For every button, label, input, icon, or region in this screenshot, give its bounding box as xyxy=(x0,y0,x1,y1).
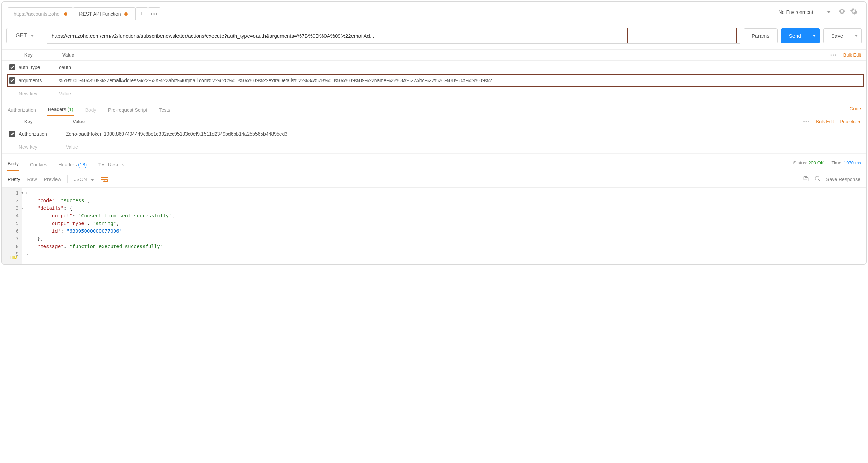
tab-rest-api[interactable]: REST API Function xyxy=(73,7,136,20)
headers-presets[interactable]: Presets ▼ xyxy=(840,119,861,124)
header-value-placeholder[interactable]: Value xyxy=(66,144,861,150)
environment-selector[interactable]: No Environment xyxy=(775,7,834,17)
method-label: GET xyxy=(16,33,27,39)
code-content: { "code": "success", "details": { "outpu… xyxy=(22,188,178,264)
line-gutter: 1 2 3 4 5 6 7 8 9 xyxy=(2,188,22,264)
send-button[interactable]: Send xyxy=(781,28,809,43)
headers-key-header: Key xyxy=(24,119,73,124)
tab-accounts[interactable]: https://accounts.zoho. xyxy=(8,7,73,20)
tab-prerequest[interactable]: Pre-request Script xyxy=(107,104,148,115)
modified-dot-icon xyxy=(124,12,128,16)
headers-value-header: Value xyxy=(73,119,85,124)
resp-tab-body[interactable]: Body xyxy=(7,158,19,171)
eye-icon[interactable] xyxy=(838,8,846,16)
time-badge: Time: 1970 ms xyxy=(831,160,861,165)
headers-header: Key Value ••• Bulk Edit Presets ▼ xyxy=(2,116,866,127)
header-row[interactable]: Authorization Zoho-oauthtoken 1000.86074… xyxy=(2,127,866,140)
chevron-down-icon xyxy=(813,35,816,37)
save-button[interactable]: Save xyxy=(823,28,851,43)
view-raw[interactable]: Raw xyxy=(27,177,37,182)
resp-tab-test-results[interactable]: Test Results xyxy=(97,159,125,170)
param-checkbox[interactable] xyxy=(9,77,15,84)
format-selector[interactable]: JSON xyxy=(74,177,94,182)
code-link[interactable]: Code xyxy=(850,106,861,114)
chevron-down-icon xyxy=(854,35,858,37)
tab-headers[interactable]: Headers (1) xyxy=(47,104,74,116)
params-value-header: Value xyxy=(62,52,74,58)
separator xyxy=(67,175,68,183)
tab-label: https://accounts.zoho. xyxy=(14,11,61,17)
headers-bulk-edit[interactable]: Bulk Edit xyxy=(816,119,834,124)
svg-line-4 xyxy=(819,180,821,181)
search-icon[interactable] xyxy=(814,175,821,183)
svg-point-3 xyxy=(815,176,819,180)
response-tabs: Body Cookies Headers (18) Test Results S… xyxy=(2,154,866,171)
tab-body[interactable]: Body xyxy=(85,104,97,115)
params-key-header: Key xyxy=(24,52,62,58)
tab-label: REST API Function xyxy=(79,11,121,17)
resp-tab-headers[interactable]: Headers (18) xyxy=(58,159,88,170)
save-options-button[interactable] xyxy=(851,28,862,43)
resp-tab-cookies[interactable]: Cookies xyxy=(29,159,48,170)
method-selector[interactable]: GET xyxy=(6,28,43,43)
svg-rect-1 xyxy=(805,178,808,181)
top-tab-bar: https://accounts.zoho. REST API Function… xyxy=(2,2,866,22)
view-preview[interactable]: Preview xyxy=(44,177,61,182)
status-badge: Status: 200 OK xyxy=(793,160,824,165)
param-row-new[interactable]: New key Value xyxy=(2,87,866,100)
params-header: Key Value ••• Bulk Edit xyxy=(2,50,866,61)
chevron-down-icon xyxy=(31,35,34,37)
environment-controls: No Environment xyxy=(772,7,860,17)
gear-icon[interactable] xyxy=(850,8,858,16)
param-checkbox[interactable] xyxy=(9,64,15,70)
modified-dot-icon xyxy=(64,12,67,16)
chevron-down-icon xyxy=(827,11,831,13)
url-highlight-box xyxy=(627,28,737,44)
param-value-placeholder[interactable]: Value xyxy=(59,91,861,96)
params-bulk-edit[interactable]: Bulk Edit xyxy=(843,52,861,58)
param-key[interactable]: auth_type xyxy=(17,65,59,70)
hd-badge: HD xyxy=(10,255,18,260)
header-checkbox[interactable] xyxy=(9,131,15,137)
chevron-down-icon xyxy=(90,179,94,181)
param-row[interactable]: arguments %7B%0D%0A%09%22emailAddress%22… xyxy=(2,74,866,87)
send-options-button[interactable] xyxy=(809,28,820,43)
header-key-placeholder[interactable]: New key xyxy=(17,144,66,150)
param-key[interactable]: arguments xyxy=(17,78,59,83)
save-response-link[interactable]: Save Response xyxy=(826,177,860,182)
svg-rect-2 xyxy=(804,176,807,180)
view-pretty[interactable]: Pretty xyxy=(8,177,20,182)
headers-more-icon[interactable]: ••• xyxy=(803,119,810,124)
param-value[interactable]: %7B%0D%0A%09%22emailAddress%22%3A%22abc%… xyxy=(59,78,861,83)
params-button[interactable]: Params xyxy=(744,28,778,43)
param-key-placeholder[interactable]: New key xyxy=(17,91,59,96)
wrap-icon[interactable] xyxy=(100,176,108,182)
request-sub-tabs: Authorization Headers (1) Body Pre-reque… xyxy=(2,100,866,116)
request-bar: GET https://crm.zoho.com/crm/v2/function… xyxy=(2,22,866,50)
tab-tests[interactable]: Tests xyxy=(158,104,171,115)
header-key[interactable]: Authorization xyxy=(17,131,66,137)
param-row[interactable]: auth_type oauth xyxy=(2,61,866,74)
header-value[interactable]: Zoho-oauthtoken 1000.8607494449c8bc1e392… xyxy=(66,131,861,137)
param-value[interactable]: oauth xyxy=(59,65,861,70)
tab-authorization[interactable]: Authorization xyxy=(7,104,37,115)
tab-menu-button[interactable]: ••• xyxy=(148,7,160,20)
header-row-new[interactable]: New key Value xyxy=(2,140,866,154)
response-body-editor[interactable]: 1 2 3 4 5 6 7 8 9 { "code": "success", "… xyxy=(2,188,866,264)
response-view-bar: Pretty Raw Preview JSON Save Response xyxy=(2,171,866,188)
copy-icon[interactable] xyxy=(802,175,809,183)
url-input[interactable]: https://crm.zoho.com/crm/v2/functions/su… xyxy=(47,28,740,44)
url-text: https://crm.zoho.com/crm/v2/functions/su… xyxy=(52,33,374,39)
new-tab-button[interactable]: + xyxy=(136,7,148,20)
params-more-icon[interactable]: ••• xyxy=(830,52,837,58)
environment-label: No Environment xyxy=(779,9,813,15)
